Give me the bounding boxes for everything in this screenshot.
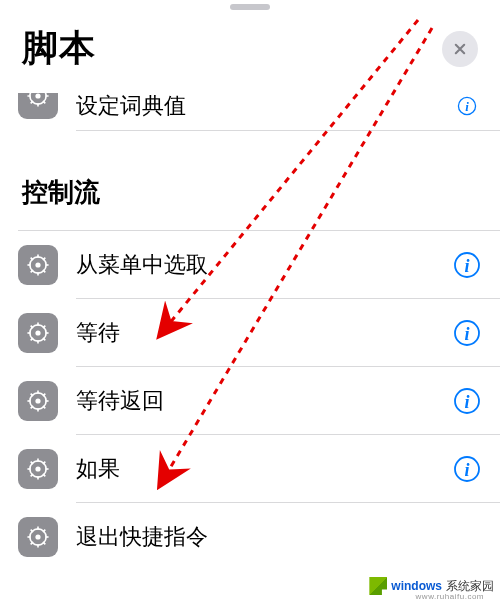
info-button[interactable]: i: [452, 318, 482, 348]
svg-text:i: i: [464, 324, 469, 344]
header: 脚本: [0, 10, 500, 89]
list-item[interactable]: 等待 i: [0, 299, 500, 367]
info-icon: i: [453, 96, 481, 116]
svg-point-25: [35, 330, 40, 335]
info-icon: i: [453, 319, 481, 347]
gear-icon: [18, 93, 58, 119]
svg-text:i: i: [464, 256, 469, 276]
gear-icon: [18, 313, 58, 353]
watermark: windows 系统家园 www.ruhaifu.com: [369, 577, 494, 595]
svg-point-13: [35, 262, 40, 267]
list-item-label: 从菜单中选取: [76, 250, 452, 280]
svg-text:i: i: [464, 460, 469, 480]
list-item[interactable]: 退出快捷指令: [0, 503, 500, 571]
list-item-label: 退出快捷指令: [76, 522, 482, 552]
gear-icon: [18, 449, 58, 489]
gear-icon: [18, 245, 58, 285]
gear-icon: [18, 381, 58, 421]
svg-point-49: [35, 466, 40, 471]
list-item-label: 如果: [76, 454, 452, 484]
svg-text:i: i: [464, 392, 469, 412]
svg-point-37: [35, 398, 40, 403]
svg-text:i: i: [465, 100, 469, 114]
info-icon: i: [453, 387, 481, 415]
info-icon: i: [453, 251, 481, 279]
list-item[interactable]: 设定词典值 i: [0, 89, 500, 131]
page-title: 脚本: [22, 24, 96, 73]
close-button[interactable]: [442, 31, 478, 67]
list-item[interactable]: 如果 i: [0, 435, 500, 503]
info-button[interactable]: i: [452, 91, 482, 121]
gear-icon: [18, 517, 58, 557]
list-item-label: 等待返回: [76, 386, 452, 416]
list-item[interactable]: 从菜单中选取 i: [0, 231, 500, 299]
watermark-sub: www.ruhaifu.com: [416, 592, 484, 601]
list-item[interactable]: 等待返回 i: [0, 367, 500, 435]
content: 设定词典值 i 控制流 从菜单中选取 i 等待 i: [0, 89, 500, 571]
info-button[interactable]: i: [452, 386, 482, 416]
section-header: 控制流: [0, 131, 500, 230]
watermark-logo-icon: [369, 577, 387, 595]
list-item-label: 设定词典值: [76, 91, 452, 121]
svg-point-61: [35, 534, 40, 539]
svg-point-1: [35, 93, 40, 98]
info-button[interactable]: i: [452, 250, 482, 280]
watermark-text: windows: [391, 579, 442, 593]
info-button[interactable]: i: [452, 454, 482, 484]
info-icon: i: [453, 455, 481, 483]
close-icon: [453, 42, 467, 56]
list-item-label: 等待: [76, 318, 452, 348]
